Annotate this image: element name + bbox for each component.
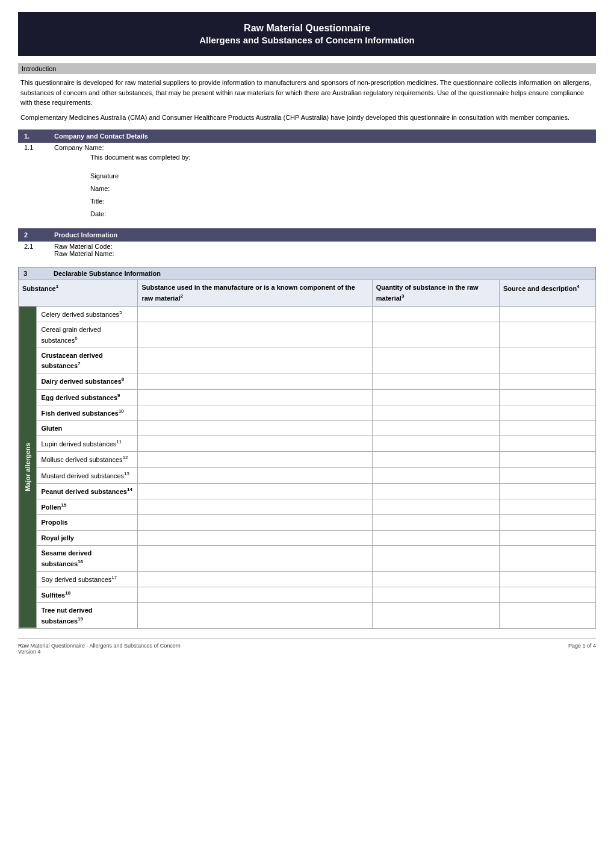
- section-2-number: 2: [24, 231, 54, 239]
- intro-paragraph-2: Complementary Medicines Australia (CMA) …: [18, 113, 596, 123]
- empty-cell: [138, 530, 372, 546]
- subsection-1-1: 1.1 Company Name: This document was comp…: [18, 143, 596, 221]
- empty-cell: [138, 546, 372, 572]
- table-row: Propolis: [19, 515, 596, 531]
- substance-name: Cereal grain derived substances6: [36, 322, 138, 348]
- empty-cell: [138, 603, 372, 629]
- substance-name: Pollen15: [36, 499, 138, 514]
- empty-cell: [499, 571, 595, 587]
- signature-line: Signature: [90, 170, 590, 183]
- spacer: [90, 164, 590, 170]
- table-row: Sulfites18: [19, 587, 596, 602]
- empty-cell: [499, 436, 595, 452]
- substance-name: Soy derived substances17: [36, 571, 138, 587]
- empty-cell: [499, 587, 595, 602]
- empty-cell: [499, 306, 595, 322]
- section-1: 1. Company and Contact Details 1.1 Compa…: [18, 130, 596, 221]
- substance-name: Tree nut derived substances19: [36, 603, 138, 629]
- empty-cell: [138, 373, 372, 389]
- substance-name: Gluten: [36, 420, 138, 436]
- section-3: 3 Declarable Substance Information Subst…: [18, 267, 596, 628]
- empty-cell: [499, 515, 595, 531]
- intro-paragraph-1: This questionnaire is developed for raw …: [18, 78, 596, 108]
- empty-cell: [372, 587, 499, 602]
- substance-name: Dairy derived substances8: [36, 373, 138, 389]
- table-row: Mollusc derived substances12: [19, 452, 596, 467]
- empty-cell: [372, 420, 499, 436]
- section-2-title: Product Information: [54, 231, 117, 239]
- table-row: Gluten: [19, 420, 596, 436]
- empty-cell: [499, 373, 595, 389]
- substance-name: Crustacean derived substances7: [36, 348, 138, 373]
- table-row: Cereal grain derived substances6: [19, 322, 596, 348]
- empty-cell: [372, 467, 499, 483]
- section-1-title: Company and Contact Details: [54, 133, 148, 140]
- completion-block: This document was completed by: Signatur…: [54, 151, 590, 220]
- empty-cell: [499, 348, 595, 373]
- table-row: Pollen15: [19, 499, 596, 514]
- empty-cell: [499, 420, 595, 436]
- raw-material-code: Raw Material Code:: [54, 243, 590, 250]
- completed-by-line: This document was completed by:: [90, 151, 590, 164]
- col1-header: Substance1: [19, 280, 138, 306]
- empty-cell: [138, 515, 372, 531]
- substance-name: Egg derived substances9: [36, 389, 138, 405]
- footer-version: Version 4: [18, 649, 181, 655]
- empty-cell: [138, 306, 372, 322]
- document-header: Raw Material Questionnaire Allergens and…: [18, 12, 596, 56]
- substance-name: Mustard derived substances13: [36, 467, 138, 483]
- empty-cell: [372, 389, 499, 405]
- major-allergens-label: Major allergens: [19, 306, 37, 628]
- empty-cell: [372, 571, 499, 587]
- subsection-1-1-content: Company Name: This document was complete…: [54, 144, 590, 220]
- footer-page: Page 1 of 4: [568, 643, 596, 655]
- footer-left: Raw Material Questionnaire - Allergens a…: [18, 643, 181, 655]
- subsection-2-1-number: 2.1: [24, 243, 54, 250]
- empty-cell: [138, 389, 372, 405]
- empty-cell: [499, 499, 595, 514]
- table-row: Dairy derived substances8: [19, 373, 596, 389]
- empty-cell: [372, 603, 499, 629]
- substance-name: Peanut derived substances14: [36, 483, 138, 499]
- substance-name: Mollusc derived substances12: [36, 452, 138, 467]
- empty-cell: [372, 546, 499, 572]
- table-row: Sesame derived substances16: [19, 546, 596, 572]
- empty-cell: [499, 483, 595, 499]
- empty-cell: [138, 322, 372, 348]
- section-3-number: 3: [23, 270, 54, 277]
- substance-name: Propolis: [36, 515, 138, 531]
- section-3-header: 3 Declarable Substance Information: [18, 267, 596, 279]
- table-row: Lupin derived substances11: [19, 436, 596, 452]
- empty-cell: [499, 405, 595, 420]
- empty-cell: [138, 348, 372, 373]
- subsection-1-1-number: 1.1: [24, 144, 54, 151]
- section-3-title: Declarable Substance Information: [54, 270, 161, 277]
- empty-cell: [499, 452, 595, 467]
- col2-header: Substance used in the manufacture or is …: [138, 280, 372, 306]
- empty-cell: [138, 452, 372, 467]
- table-row: Crustacean derived substances7: [19, 348, 596, 373]
- empty-cell: [372, 348, 499, 373]
- table-row: Egg derived substances9: [19, 389, 596, 405]
- page-footer: Raw Material Questionnaire - Allergens a…: [18, 639, 596, 655]
- empty-cell: [372, 530, 499, 546]
- sub-title: Allergens and Substances of Concern Info…: [30, 35, 584, 45]
- date-line: Date:: [90, 208, 590, 220]
- empty-cell: [372, 452, 499, 467]
- empty-cell: [138, 587, 372, 602]
- empty-cell: [138, 467, 372, 483]
- subsection-2-1: 2.1 Raw Material Code: Raw Material Name…: [18, 242, 596, 258]
- empty-cell: [372, 515, 499, 531]
- substance-name: Sulfites18: [36, 587, 138, 602]
- substance-name: Celery derived substances5: [36, 306, 138, 322]
- substances-table: Substance1 Substance used in the manufac…: [18, 279, 596, 628]
- title-line: Title:: [90, 195, 590, 208]
- empty-cell: [499, 530, 595, 546]
- empty-cell: [138, 405, 372, 420]
- table-row: Mustard derived substances13: [19, 467, 596, 483]
- empty-cell: [138, 571, 372, 587]
- empty-cell: [499, 546, 595, 572]
- substance-name: Lupin derived substances11: [36, 436, 138, 452]
- section-2: 2 Product Information 2.1 Raw Material C…: [18, 228, 596, 258]
- empty-cell: [372, 373, 499, 389]
